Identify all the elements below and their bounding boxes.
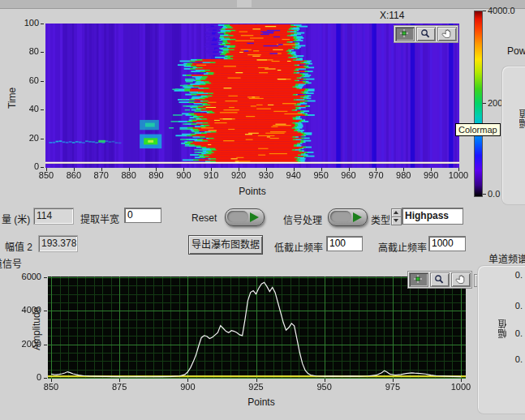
half-width-input[interactable] [124, 208, 161, 223]
toggle-well [227, 211, 248, 222]
waveform-x-tickmark [119, 379, 120, 382]
waterfall-y-tickmark [41, 24, 44, 24]
spinner-down-button[interactable] [391, 216, 402, 225]
power-panel-title: Pow [507, 45, 525, 57]
waterfall-x-tick: 990 [418, 170, 444, 180]
waterfall-x-tick: 910 [198, 170, 224, 180]
waterfall-x-tickmark [129, 168, 130, 171]
colormap-tickmark [483, 103, 486, 104]
waveform-x-tickmark [256, 379, 257, 382]
zoom-tool-button[interactable] [430, 272, 450, 287]
waterfall-x-tickmark [239, 168, 239, 171]
spectrum-panel [477, 265, 525, 414]
waterfall-y-tickmark [41, 52, 44, 53]
waveform-y-tick: 2000 [15, 339, 41, 349]
waveform-x-tickmark [393, 379, 394, 382]
waveform-y-tick: 6000 [15, 272, 41, 281]
colormap-tick-label: 4000.0 [488, 6, 515, 15]
waterfall-y-tick: 60 [15, 75, 39, 85]
pan-tool-button[interactable] [451, 272, 471, 287]
high-cutoff-label: 高截止频率 [378, 240, 427, 254]
waterfall-x-tickmark [431, 168, 432, 171]
waterfall-y-tick: 80 [15, 46, 39, 56]
pan-tool-button[interactable] [437, 27, 457, 41]
waterfall-y-tickmark [41, 81, 44, 82]
position-indicator: 114 [33, 208, 74, 225]
signal-processing-label: 信号处理 [283, 212, 322, 226]
amplitude2-indicator: 193.378 [38, 235, 78, 252]
triangle-up-icon [394, 211, 398, 214]
reset-label: Reset [191, 212, 217, 224]
waterfall-x-tick: 980 [390, 170, 416, 180]
waterfall-x-tickmark [321, 168, 322, 171]
toggle-well [330, 211, 351, 222]
half-width-label: 提取半宽 [80, 212, 119, 225]
waveform-graph-palette [407, 271, 472, 289]
waterfall-x-tickmark [183, 168, 184, 171]
amplitude2-label: 幅值 2 [5, 239, 32, 253]
waterfall-x-tickmark [266, 168, 267, 171]
spectrum-y-tick: 0. [508, 301, 523, 311]
colormap-tooltip: Colormap [455, 123, 501, 136]
waveform-x-tickmark [461, 379, 462, 382]
waterfall-x-tickmark [101, 168, 102, 171]
waterfall-y-tickmark [41, 109, 44, 110]
power-panel-y-axis-title: 幅值 [518, 109, 525, 128]
cursor-tool-button[interactable] [409, 272, 428, 287]
waveform-x-tick: 950 [311, 382, 338, 392]
toggle-arrow-icon [353, 212, 362, 222]
waveform-x-tick: 850 [37, 382, 65, 392]
waterfall-y-tick: 20 [15, 133, 39, 143]
waveform-y-tickmark [44, 378, 47, 379]
waterfall-graph-palette [394, 25, 458, 43]
signal-section-label: 道信号 [0, 256, 22, 270]
low-cutoff-input[interactable] [326, 236, 363, 251]
toggle-arrow-icon [250, 212, 259, 222]
waveform-plot[interactable] [48, 276, 466, 379]
waterfall-x-tickmark [294, 168, 295, 171]
waterfall-plot[interactable] [45, 24, 459, 168]
zoom-tool-button[interactable] [416, 27, 436, 41]
waterfall-x-tick: 870 [88, 170, 114, 180]
waveform-x-axis-title: Points [243, 396, 280, 408]
export-waterfall-data-button[interactable]: 导出瀑布图数据 [188, 235, 263, 255]
triangle-down-icon [394, 219, 398, 222]
waterfall-x-tickmark [349, 168, 350, 171]
waveform-y-tick: 0 [15, 372, 41, 382]
colormap-tickmark [483, 11, 486, 11]
waterfall-y-tickmark [41, 167, 44, 168]
waveform-x-tick: 975 [379, 382, 407, 392]
filter-type-label: 类型 [371, 212, 390, 226]
waterfall-y-tick: 100 [15, 18, 39, 28]
waveform-y-tickmark [44, 345, 47, 345]
waveform-x-tickmark [51, 379, 52, 382]
cursor-tool-button[interactable] [395, 27, 415, 41]
waterfall-x-axis-title: Points [234, 186, 271, 197]
waveform-x-tickmark [325, 379, 325, 382]
spectrum-panel-y-axis-title: 幅值 [497, 319, 510, 338]
reset-toggle[interactable] [225, 208, 265, 226]
waveform-x-tick: 925 [243, 382, 270, 392]
spectrum-panel-title: 单道频谱 [488, 251, 525, 265]
cursor-readout: X:114 [380, 10, 404, 21]
waterfall-x-tick: 1000 [445, 170, 471, 180]
signal-processing-toggle[interactable] [328, 208, 368, 226]
colormap-tick-label: 0.0 [488, 189, 500, 199]
spectrum-y-tick: 0. [508, 328, 523, 338]
filter-type-combo[interactable]: Highpass [402, 208, 463, 225]
window-top-notch [237, 0, 252, 7]
waterfall-x-tickmark [46, 168, 47, 171]
waveform-x-tickmark [187, 379, 188, 382]
power-panel [501, 66, 525, 205]
high-cutoff-input[interactable] [428, 236, 466, 251]
waterfall-x-tickmark [211, 168, 212, 171]
low-cutoff-label: 低截止频率 [274, 240, 323, 254]
position-label: 量 (米) [2, 212, 30, 225]
waterfall-x-tickmark [156, 168, 157, 171]
waveform-x-tick: 1000 [447, 382, 475, 392]
waterfall-x-tick: 900 [170, 170, 196, 180]
waterfall-x-tick: 950 [308, 170, 334, 180]
waterfall-x-tick: 890 [143, 170, 169, 180]
waterfall-x-tickmark [458, 168, 459, 171]
waterfall-x-tick: 920 [226, 170, 252, 180]
